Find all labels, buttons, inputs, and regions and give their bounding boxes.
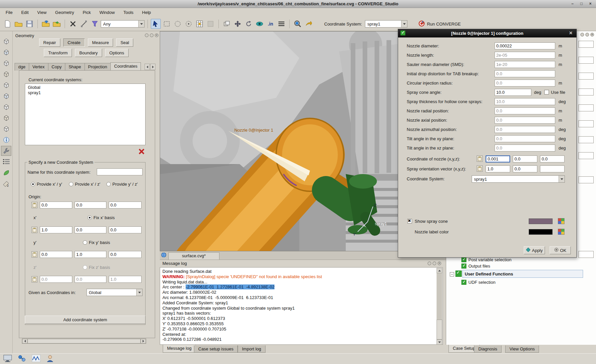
dropdown-arrow-icon[interactable] — [138, 21, 144, 27]
dock-float-icon[interactable] — [428, 262, 431, 265]
origin-x-input[interactable] — [40, 202, 72, 209]
geometry-box2-icon[interactable] — [1, 47, 11, 57]
circular-injection-input[interactable] — [495, 80, 555, 87]
waveform-icon[interactable] — [32, 355, 40, 363]
dock-close-icon[interactable]: × — [438, 262, 441, 265]
menu-view[interactable]: View — [33, 9, 51, 16]
run-converge-button[interactable]: Run CONVERGE — [415, 19, 464, 29]
minimize-button[interactable]: – — [569, 1, 576, 7]
spray-cone-color-swatch[interactable] — [529, 218, 553, 224]
scroll-right-arrow[interactable] — [141, 339, 146, 343]
orientation-paste-icon[interactable] — [477, 165, 483, 172]
transform-mode-button[interactable]: Transform — [44, 49, 72, 57]
menu-lines-icon[interactable] — [276, 19, 286, 29]
tree-item-udf[interactable]: User Defined Functions — [462, 270, 583, 278]
tilt-xy-input[interactable] — [495, 135, 555, 142]
output-files-label[interactable]: Output files — [468, 264, 490, 269]
network-nodes-icon[interactable] — [18, 355, 26, 363]
udf-label[interactable]: User Defined Functions — [465, 272, 513, 276]
geometry-box-icon[interactable] — [1, 36, 11, 46]
dialog-close-icon[interactable]: ✕ — [568, 30, 574, 35]
geometry-box3-icon[interactable] — [1, 58, 11, 68]
show-spray-cone-checkbox[interactable] — [407, 219, 412, 223]
list-item-global[interactable]: Global — [25, 84, 145, 90]
radio-icon[interactable] — [88, 215, 92, 220]
dropdown-arrow-icon[interactable] — [136, 289, 142, 296]
move-tool-icon[interactable] — [233, 19, 243, 29]
surface-cvg-tab[interactable]: surface.cvg* — [168, 252, 219, 260]
nozzle-diameter-input[interactable] — [495, 42, 555, 49]
tilt-xz-input[interactable] — [495, 145, 555, 152]
dock-float-icon[interactable] — [580, 33, 584, 36]
radio-icon[interactable] — [31, 182, 35, 186]
user-icon[interactable] — [46, 355, 54, 363]
dropdown-arrow-icon[interactable] — [559, 176, 565, 182]
y-basis-2-input[interactable] — [75, 251, 106, 258]
dropdown-arrow-icon[interactable] — [401, 21, 407, 27]
geometry-box9-icon[interactable] — [1, 124, 11, 134]
maximize-button[interactable]: □ — [578, 1, 585, 7]
line-tool-icon[interactable] — [79, 19, 89, 29]
nozzle-coord-y-input[interactable] — [513, 155, 537, 162]
tabstrip-scroll-left[interactable] — [145, 64, 150, 70]
nozzle-label-palette-icon[interactable] — [558, 229, 565, 235]
list-tool-icon[interactable] — [1, 157, 11, 167]
dock-minimize-icon[interactable] — [150, 33, 153, 37]
dock-float-icon[interactable] — [145, 33, 149, 37]
lasso-select-icon[interactable] — [184, 19, 194, 29]
spray-cone-angle-input[interactable] — [495, 89, 531, 96]
tree-item-post-variable[interactable]: Post variable selection — [461, 257, 511, 262]
dock-close-icon[interactable]: × — [155, 33, 158, 37]
message-log-vscrollbar[interactable] — [437, 268, 442, 345]
circle-select-icon[interactable] — [173, 19, 183, 29]
tab-view-options[interactable]: View Options — [505, 345, 539, 353]
nozzle-label-color-swatch[interactable] — [529, 229, 553, 235]
select-cursor-icon[interactable] — [151, 19, 161, 29]
provide-yz-radio[interactable]: Provide y' / z' — [106, 182, 138, 187]
fix-x-radio[interactable]: Fix x' basis — [88, 215, 115, 220]
menu-edit[interactable]: Edit — [17, 9, 33, 16]
tree-item-output-files[interactable]: Output files — [461, 264, 490, 269]
udf-selection-label[interactable]: UDF selection — [468, 280, 496, 285]
filter-funnel-icon[interactable] — [90, 19, 100, 29]
menu-tools[interactable]: Tools — [119, 9, 138, 16]
fix-x-label[interactable]: Fix x' basis — [93, 215, 115, 220]
ok-button[interactable]: OK — [550, 246, 571, 254]
collapse-icon[interactable]: − — [450, 272, 454, 276]
tabstrip-scroll-right[interactable] — [150, 64, 155, 70]
close-button[interactable]: × — [587, 1, 594, 7]
tab-message-log[interactable]: Message log — [163, 345, 196, 353]
tab-copy[interactable]: Copy — [48, 63, 65, 71]
tab-vertex[interactable]: Vertex — [29, 63, 48, 71]
coordinate-systems-list[interactable]: Global spray1 — [25, 84, 146, 145]
tab-edge[interactable]: dge — [15, 63, 29, 71]
grid-select-icon[interactable] — [195, 19, 205, 29]
info-tool-icon[interactable] — [1, 135, 11, 145]
box-select-icon[interactable] — [162, 19, 172, 29]
web-search-icon[interactable] — [293, 19, 303, 29]
menu-file[interactable]: File — [1, 9, 17, 16]
menu-geometry[interactable]: Geometry — [51, 9, 78, 16]
orientation-y-input[interactable] — [513, 165, 537, 172]
given-as-dropdown[interactable]: Global — [87, 289, 143, 296]
radio-icon[interactable] — [83, 240, 87, 245]
delete-cs-button[interactable] — [138, 148, 145, 155]
dialog-titlebar[interactable]: [Nozzle 0@Injector 1] configuration ✕ — [398, 29, 576, 37]
use-file-label[interactable]: Use file — [551, 90, 565, 95]
x-basis-1-input[interactable] — [40, 226, 72, 233]
origin-y-input[interactable] — [75, 202, 106, 209]
provide-xz-label[interactable]: Provide x' / z' — [75, 182, 100, 187]
nozzle-radial-input[interactable] — [495, 107, 555, 114]
tab-case-setup-issues[interactable]: Case setup issues — [194, 345, 238, 353]
tab-diagnosis[interactable]: Diagnosis — [474, 345, 502, 353]
open-file-icon[interactable] — [14, 19, 24, 29]
y-basis-3-input[interactable] — [109, 251, 142, 258]
measure-mode-button[interactable]: Measure — [88, 38, 113, 47]
show-spray-cone-label[interactable]: Show spray cone — [415, 219, 448, 224]
origin-z-input[interactable] — [109, 202, 142, 209]
desktop-icon[interactable] — [3, 355, 12, 363]
y-basis-paste-icon[interactable] — [31, 251, 37, 258]
export-file-icon[interactable] — [52, 19, 62, 29]
copy-transform-icon[interactable] — [222, 19, 232, 29]
y-basis-1-input[interactable] — [40, 251, 72, 258]
